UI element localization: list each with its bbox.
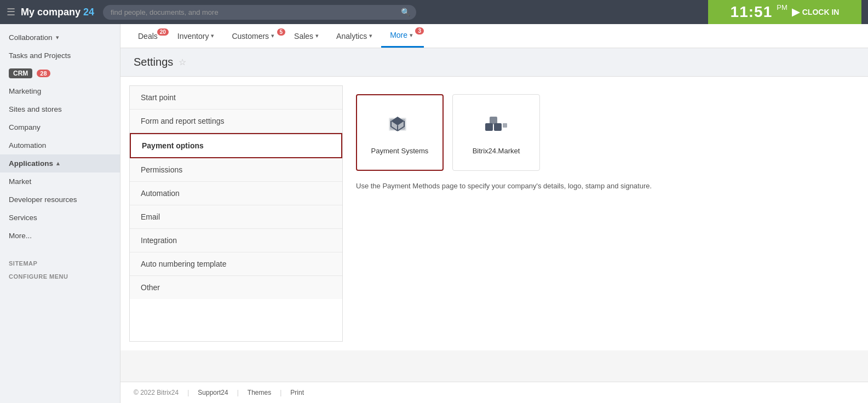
settings-right-panel: Payment Systems <box>343 85 859 342</box>
tab-deals[interactable]: Deals 20 <box>129 25 169 47</box>
clock-in-icon: ▶ <box>792 6 800 18</box>
footer-link-print[interactable]: Print <box>290 389 304 396</box>
sidebar-item-market[interactable]: Market <box>0 172 120 191</box>
sidebar-label-marketing: Marketing <box>9 87 41 95</box>
nav-tabs: Deals 20 Inventory ▾ Customers 5 ▾ Sales… <box>120 24 868 48</box>
clock-in-button[interactable]: ▶ CLOCK IN <box>792 6 840 18</box>
svg-rect-3 <box>494 123 502 131</box>
chevron-down-icon: ▾ <box>369 32 372 39</box>
settings-menu-start[interactable]: Start point <box>130 86 342 110</box>
clock-ampm: PM <box>777 3 787 11</box>
hamburger-icon[interactable]: ☰ <box>7 6 15 18</box>
sidebar-item-company[interactable]: Company <box>0 118 120 136</box>
settings-cards: Payment Systems <box>356 94 846 171</box>
sidebar-item-services[interactable]: Services <box>0 209 120 227</box>
chevron-down-icon: ▾ <box>315 32 319 39</box>
card-bitrix-market[interactable]: Bitrix24.Market <box>452 94 540 171</box>
card-payment-systems[interactable]: Payment Systems <box>356 94 444 171</box>
top-header: ☰ My company 24 🔍 11:51 PM ▶ CLOCK IN <box>0 0 868 24</box>
settings-menu-autonumbering[interactable]: Auto numbering template <box>130 252 342 276</box>
svg-rect-4 <box>490 117 497 124</box>
tab-deals-label: Deals <box>138 32 158 41</box>
tab-customers-badge: 5 <box>277 28 286 36</box>
sidebar-label-more: More... <box>9 232 32 240</box>
tab-sales-label: Sales <box>294 32 313 41</box>
sidebar: Collaboration ▾ Tasks and Projects CRM 2… <box>0 24 120 403</box>
sidebar-item-sites[interactable]: Sites and stores <box>0 100 120 118</box>
tab-more[interactable]: More 3 ▾ <box>381 24 424 48</box>
market-icon <box>482 110 510 140</box>
sidebar-item-automation[interactable]: Automation <box>0 136 120 154</box>
footer-sep: | <box>187 389 189 396</box>
main-layout: Collaboration ▾ Tasks and Projects CRM 2… <box>0 24 868 403</box>
settings-menu-permissions[interactable]: Permissions <box>130 158 342 182</box>
settings-header: Settings ☆ <box>120 48 868 77</box>
page-title: Settings <box>134 56 173 68</box>
svg-rect-2 <box>485 123 493 131</box>
settings-menu-integration[interactable]: Integration <box>130 229 342 252</box>
page-footer: © 2022 Bitrix24 | Support24 | Themes | P… <box>120 382 868 403</box>
sidebar-label-services: Services <box>9 214 37 222</box>
tab-sales[interactable]: Sales ▾ <box>285 25 327 47</box>
search-icon: 🔍 <box>401 8 410 16</box>
menu-item-label: Form and report settings <box>141 117 225 125</box>
card-market-label: Bitrix24.Market <box>473 147 520 155</box>
menu-item-label: Automation <box>141 189 180 198</box>
configure-menu-label[interactable]: CONFIGURE MENU <box>0 269 120 282</box>
menu-item-label: Auto numbering template <box>141 260 226 268</box>
card-payment-systems-label: Payment Systems <box>371 147 429 155</box>
tab-customers[interactable]: Customers 5 ▾ <box>223 25 285 47</box>
settings-menu-automation[interactable]: Automation <box>130 182 342 205</box>
menu-item-label: Payment options <box>142 141 204 150</box>
tab-more-badge: 3 <box>415 27 424 34</box>
menu-item-label: Other <box>141 283 160 292</box>
sidebar-item-tasks[interactable]: Tasks and Projects <box>0 47 120 65</box>
chevron-down-icon: ▾ <box>271 32 274 39</box>
search-input[interactable] <box>103 5 416 20</box>
sidebar-label-collaboration: Collaboration <box>9 33 53 42</box>
clock-in-label: CLOCK IN <box>802 8 840 16</box>
footer-link-themes[interactable]: Themes <box>248 389 271 396</box>
tab-analytics-label: Analytics <box>336 32 367 41</box>
sidebar-label-tasks: Tasks and Projects <box>9 51 71 60</box>
footer-sep2: | <box>237 389 239 396</box>
sidebar-item-marketing[interactable]: Marketing <box>0 82 120 100</box>
svg-rect-5 <box>503 123 507 128</box>
footer-sep3: | <box>280 389 281 396</box>
settings-menu-payment[interactable]: Payment options <box>130 133 342 158</box>
sitemap-label[interactable]: SITEMAP <box>0 256 120 269</box>
brand-number: 24 <box>83 7 94 18</box>
sidebar-label-applications: Applications <box>9 159 53 168</box>
settings-menu: Start point Form and report settings Pay… <box>129 85 343 342</box>
tab-inventory[interactable]: Inventory ▾ <box>169 25 223 47</box>
tab-deals-badge: 20 <box>157 28 169 36</box>
crm-count: 28 <box>37 70 50 77</box>
menu-item-label: Start point <box>141 93 176 102</box>
settings-menu-other[interactable]: Other <box>130 276 342 299</box>
tab-analytics[interactable]: Analytics ▾ <box>327 25 381 47</box>
footer-link-support[interactable]: Support24 <box>198 389 228 396</box>
sidebar-item-more[interactable]: More... <box>0 227 120 245</box>
sidebar-label-company: Company <box>9 123 41 131</box>
sidebar-item-collaboration[interactable]: Collaboration ▾ <box>0 28 120 47</box>
sidebar-label-developer: Developer resources <box>9 195 77 204</box>
menu-item-label: Email <box>141 212 160 221</box>
content-area: Deals 20 Inventory ▾ Customers 5 ▾ Sales… <box>120 24 868 403</box>
menu-item-label: Permissions <box>141 165 182 174</box>
brand-logo: My company 24 <box>21 7 94 18</box>
settings-menu-email[interactable]: Email <box>130 205 342 229</box>
settings-description: Use the Payment Methods page to specify … <box>356 182 846 190</box>
sidebar-label-automation: Automation <box>9 141 46 149</box>
sidebar-item-applications[interactable]: Applications ▴ <box>0 154 120 172</box>
sidebar-label-market: Market <box>9 177 31 186</box>
favorite-icon[interactable]: ☆ <box>179 57 186 67</box>
settings-menu-forms[interactable]: Form and report settings <box>130 110 342 133</box>
footer-copyright: © 2022 Bitrix24 <box>134 389 179 396</box>
page-content: Settings ☆ Start point Form and report s… <box>120 48 868 382</box>
chevron-down-icon: ▾ <box>56 34 59 41</box>
sidebar-item-crm[interactable]: CRM 28 <box>0 65 120 82</box>
clock-time: 11:51 <box>731 3 773 21</box>
menu-item-label: Integration <box>141 236 177 245</box>
sidebar-item-developer[interactable]: Developer resources <box>0 191 120 209</box>
settings-body: Start point Form and report settings Pay… <box>120 77 868 350</box>
